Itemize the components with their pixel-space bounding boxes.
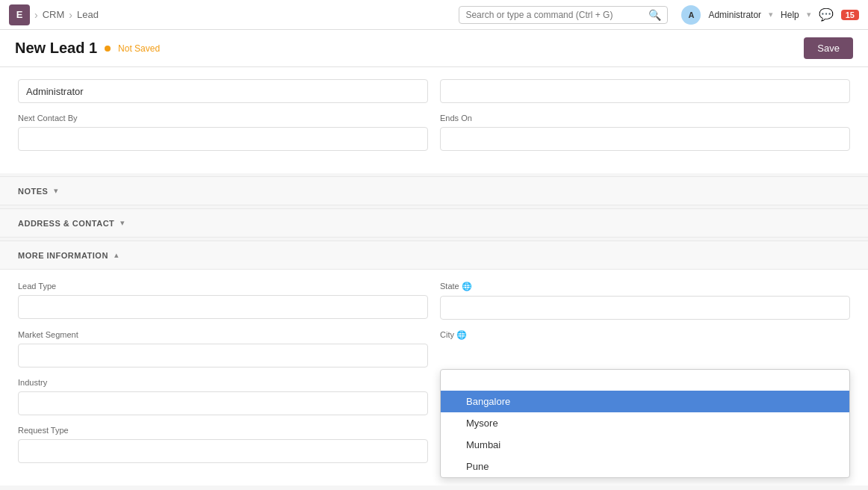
administrator-input[interactable] <box>18 79 428 103</box>
lead-type-state-row: Lead Type State 🌐 <box>18 282 850 320</box>
request-type-input[interactable] <box>18 439 428 463</box>
market-segment-city-row: Market Segment City 🌐 ✓ <box>18 330 850 368</box>
address-contact-chevron-icon: ▾ <box>120 218 125 228</box>
address-contact-section-title: ADDRESS & CONTACT <box>18 219 114 228</box>
state-label: State 🌐 <box>440 282 850 291</box>
market-segment-input[interactable] <box>18 344 428 368</box>
state-input[interactable] <box>440 296 850 320</box>
notes-section-header[interactable]: NOTES ▾ <box>0 176 868 205</box>
administrator-field <box>18 79 428 103</box>
notes-section-title: NOTES <box>18 187 48 196</box>
ends-on-field: Ends On <box>440 114 850 151</box>
breadcrumb-separator-1: › <box>34 9 38 21</box>
state-field: State 🌐 <box>440 282 850 320</box>
dropdown-item-pune[interactable]: Pune <box>441 456 849 477</box>
market-segment-field: Market Segment <box>18 330 428 368</box>
address-contact-section: ADDRESS & CONTACT ▾ <box>0 208 868 238</box>
notification-badge[interactable]: 15 <box>841 10 859 20</box>
lead-type-label: Lead Type <box>18 282 428 291</box>
administrator-row <box>18 79 850 103</box>
page-header: New Lead 1 Not Saved Save <box>0 30 868 67</box>
industry-input[interactable] <box>18 391 428 415</box>
more-information-chevron-icon: ▴ <box>114 250 119 260</box>
page-title: New Lead 1 <box>15 40 97 57</box>
ends-on-input[interactable] <box>440 127 850 151</box>
ends-on-label: Ends On <box>440 114 850 122</box>
next-contact-by-field: Next Contact By <box>18 114 428 151</box>
dropdown-item-bangalore[interactable]: Bangalore <box>441 391 849 412</box>
avatar: A <box>681 5 701 25</box>
breadcrumb-separator-2: › <box>69 9 72 21</box>
dropdown-item-mysore[interactable]: Mysore <box>441 412 849 434</box>
more-information-title: MORE INFORMATION <box>18 251 108 260</box>
more-information-section-header[interactable]: MORE INFORMATION ▴ <box>0 241 868 270</box>
more-information-fields: Lead Type State 🌐 Market Segment <box>0 270 868 486</box>
chat-icon[interactable]: 💬 <box>819 7 834 22</box>
city-globe-icon: 🌐 <box>456 330 467 339</box>
more-information-section: MORE INFORMATION ▴ Lead Type State 🌐 <box>0 241 868 486</box>
dropdown-item-mumbai[interactable]: Mumbai <box>441 434 849 456</box>
next-contact-by-input[interactable] <box>18 127 428 151</box>
help-label[interactable]: Help <box>781 10 799 20</box>
search-input[interactable] <box>465 10 648 20</box>
lead-type-input[interactable] <box>18 295 428 319</box>
address-contact-section-header[interactable]: ADDRESS & CONTACT ▾ <box>0 208 868 238</box>
empty-input-right[interactable] <box>440 79 850 103</box>
page-title-area: New Lead 1 Not Saved <box>15 40 160 57</box>
status-badge: Not Saved <box>118 43 160 54</box>
top-navigation: E › CRM › Lead 🔍 A Administrator ▾ Help … <box>0 0 868 30</box>
contact-dates-row: Next Contact By Ends On <box>18 114 850 151</box>
admin-dropdown-arrow[interactable]: ▾ <box>769 10 773 19</box>
app-icon[interactable]: E <box>9 4 30 25</box>
industry-field: Industry <box>18 378 428 415</box>
breadcrumb-lead[interactable]: Lead <box>77 9 99 20</box>
state-globe-icon: 🌐 <box>462 282 472 291</box>
request-type-field: Request Type <box>18 426 428 463</box>
save-button[interactable]: Save <box>804 37 853 59</box>
top-fields-section: Next Contact By Ends On <box>0 67 868 173</box>
notes-chevron-icon: ▾ <box>54 186 58 196</box>
market-segment-label: Market Segment <box>18 330 428 339</box>
request-type-label: Request Type <box>18 426 428 435</box>
search-bar[interactable]: 🔍 <box>459 6 668 24</box>
city-dropdown-list[interactable]: ✓ Bangalore Mysore M <box>440 369 850 478</box>
check-empty: ✓ <box>450 375 460 385</box>
dropdown-item-empty[interactable]: ✓ <box>441 370 849 391</box>
search-icon: 🔍 <box>648 9 661 21</box>
admin-label[interactable]: Administrator <box>708 10 761 20</box>
status-dot <box>105 46 111 52</box>
notes-section: NOTES ▾ <box>0 176 868 205</box>
help-dropdown-arrow[interactable]: ▾ <box>807 10 811 19</box>
breadcrumb-crm[interactable]: CRM <box>43 9 65 20</box>
nav-right-area: A Administrator ▾ Help ▾ 💬 15 <box>681 5 859 25</box>
main-content: Next Contact By Ends On NOTES ▾ ADDRESS … <box>0 67 868 486</box>
top-fields-area: Next Contact By Ends On <box>0 67 868 173</box>
lead-type-field: Lead Type <box>18 282 428 320</box>
industry-label: Industry <box>18 378 428 387</box>
next-contact-by-label: Next Contact By <box>18 114 428 122</box>
city-label: City 🌐 <box>440 330 850 340</box>
city-field: City 🌐 ✓ Bangalore <box>440 330 850 368</box>
empty-field-right <box>440 79 850 103</box>
